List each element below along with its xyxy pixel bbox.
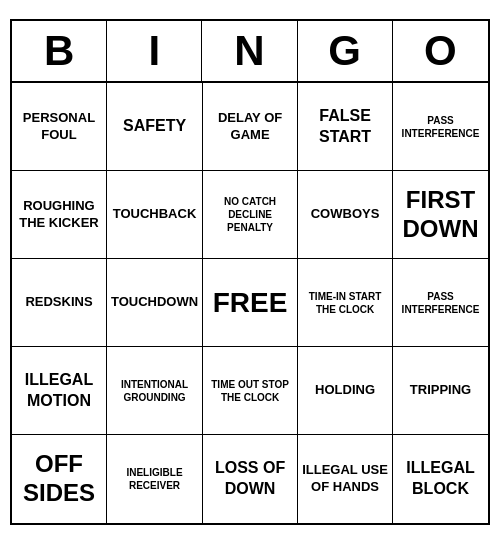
bingo-cell: TIME-IN START THE CLOCK [298, 259, 393, 347]
cell-label: COWBOYS [311, 206, 380, 223]
bingo-cell: FREE [203, 259, 298, 347]
bingo-cell: SAFETY [107, 83, 203, 171]
bingo-cell: LOSS OF DOWN [203, 435, 298, 523]
bingo-cell: TRIPPING [393, 347, 488, 435]
cell-label: ROUGHING THE KICKER [16, 198, 102, 232]
bingo-cell: ILLEGAL USE OF HANDS [298, 435, 393, 523]
cell-label: TIME OUT STOP THE CLOCK [207, 378, 293, 404]
bingo-cell: FIRST DOWN [393, 171, 488, 259]
cell-label: INELIGIBLE RECEIVER [111, 466, 198, 492]
bingo-cell: TOUCHBACK [107, 171, 203, 259]
cell-label: DELAY OF GAME [207, 110, 293, 144]
bingo-cell: ILLEGAL BLOCK [393, 435, 488, 523]
cell-label: TRIPPING [410, 382, 471, 399]
bingo-cell: TOUCHDOWN [107, 259, 203, 347]
header-letter: G [298, 21, 393, 81]
cell-label: TIME-IN START THE CLOCK [302, 290, 388, 316]
cell-label: SAFETY [123, 116, 186, 137]
bingo-cell: INTENTIONAL GROUNDING [107, 347, 203, 435]
bingo-cell: OFF SIDES [12, 435, 107, 523]
bingo-cell: ROUGHING THE KICKER [12, 171, 107, 259]
bingo-cell: HOLDING [298, 347, 393, 435]
header-letter: N [202, 21, 297, 81]
bingo-grid: PERSONAL FOULSAFETYDELAY OF GAMEFALSE ST… [12, 83, 488, 523]
cell-label: HOLDING [315, 382, 375, 399]
bingo-cell: FALSE START [298, 83, 393, 171]
cell-label: LOSS OF DOWN [207, 458, 293, 500]
cell-label: FALSE START [302, 106, 388, 148]
cell-label: PASS INTERFERENCE [397, 114, 484, 140]
bingo-cell: DELAY OF GAME [203, 83, 298, 171]
bingo-cell: INELIGIBLE RECEIVER [107, 435, 203, 523]
cell-label: PASS INTERFERENCE [397, 290, 484, 316]
bingo-cell: PERSONAL FOUL [12, 83, 107, 171]
cell-label: FIRST DOWN [397, 186, 484, 244]
header-letter: B [12, 21, 107, 81]
cell-label: TOUCHDOWN [111, 294, 198, 311]
cell-label: TOUCHBACK [113, 206, 197, 223]
cell-label: PERSONAL FOUL [16, 110, 102, 144]
bingo-header: BINGO [12, 21, 488, 83]
cell-label: ILLEGAL MOTION [16, 370, 102, 412]
cell-label: REDSKINS [25, 294, 92, 311]
header-letter: O [393, 21, 488, 81]
free-space: FREE [213, 287, 288, 319]
cell-label: ILLEGAL BLOCK [397, 458, 484, 500]
bingo-cell: ILLEGAL MOTION [12, 347, 107, 435]
cell-label: OFF SIDES [16, 450, 102, 508]
bingo-cell: TIME OUT STOP THE CLOCK [203, 347, 298, 435]
bingo-cell: PASS INTERFERENCE [393, 259, 488, 347]
cell-label: ILLEGAL USE OF HANDS [302, 462, 388, 496]
bingo-cell: REDSKINS [12, 259, 107, 347]
bingo-cell: COWBOYS [298, 171, 393, 259]
bingo-card: BINGO PERSONAL FOULSAFETYDELAY OF GAMEFA… [10, 19, 490, 525]
bingo-cell: NO CATCH DECLINE PENALTY [203, 171, 298, 259]
cell-label: NO CATCH DECLINE PENALTY [207, 195, 293, 234]
bingo-cell: PASS INTERFERENCE [393, 83, 488, 171]
cell-label: INTENTIONAL GROUNDING [111, 378, 198, 404]
header-letter: I [107, 21, 202, 81]
